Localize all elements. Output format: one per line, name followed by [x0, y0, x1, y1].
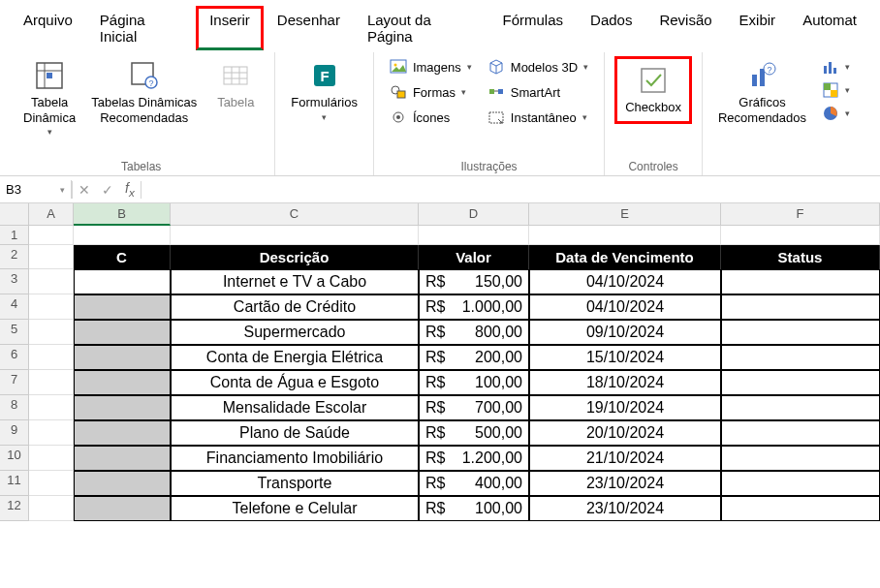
cell-c6[interactable]: Conta de Energia Elétrica	[171, 345, 419, 370]
cell-c11[interactable]: Transporte	[171, 471, 419, 496]
pie-chart-button[interactable]: ▾	[816, 103, 856, 124]
col-header-c[interactable]: C	[171, 203, 419, 226]
checkbox-button[interactable]: Checkbox	[619, 61, 687, 119]
cell-c5[interactable]: Supermercado	[171, 320, 419, 345]
cell-f6[interactable]	[721, 345, 880, 370]
cell-b5[interactable]	[74, 320, 171, 345]
cell-f8[interactable]	[721, 395, 880, 420]
cell-e8[interactable]: 19/10/2024	[529, 395, 721, 420]
cell-b9[interactable]	[74, 420, 171, 446]
menu-dados[interactable]: Dados	[577, 6, 645, 50]
cell-f11[interactable]	[721, 471, 880, 496]
col-header-a[interactable]: A	[29, 203, 74, 226]
cell-a9[interactable]	[29, 420, 74, 446]
cell-a11[interactable]	[29, 471, 74, 496]
cell-d8[interactable]: R$700,00	[419, 395, 529, 420]
cell-b6[interactable]	[74, 345, 171, 370]
th-valor[interactable]: Valor	[419, 245, 529, 269]
cell-c9[interactable]: Plano de Saúde	[171, 420, 419, 446]
cell-a7[interactable]	[29, 370, 74, 395]
smartart-button[interactable]: SmartArt	[482, 81, 594, 103]
cell-c1[interactable]	[171, 226, 419, 245]
row-header-2[interactable]: 2	[0, 245, 29, 269]
menu-pagina-inicial[interactable]: Página Inicial	[86, 6, 196, 50]
row-header-3[interactable]: 3	[0, 269, 29, 294]
menu-formulas[interactable]: Fórmulas	[489, 6, 578, 50]
forms-button[interactable]: F Formulários ▾	[285, 56, 363, 126]
cell-b8[interactable]	[74, 395, 171, 420]
row-header-11[interactable]: 11	[0, 471, 29, 496]
menu-automatizar[interactable]: Automat	[789, 6, 870, 50]
recommended-pivot-button[interactable]: ? Tabelas Dinâmicas Recomendadas	[85, 56, 203, 129]
th-data[interactable]: Data de Vencimento	[529, 245, 721, 269]
select-all-corner[interactable]	[0, 203, 29, 226]
menu-inserir[interactable]: Inserir	[196, 6, 264, 50]
cell-e5[interactable]: 09/10/2024	[529, 320, 721, 345]
cell-f5[interactable]	[721, 320, 880, 345]
cell-c4[interactable]: Cartão de Crédito	[171, 294, 419, 320]
cell-d10[interactable]: R$1.200,00	[419, 446, 529, 471]
cell-a10[interactable]	[29, 446, 74, 471]
cell-f9[interactable]	[721, 420, 880, 446]
cell-e4[interactable]: 04/10/2024	[529, 294, 721, 320]
cell-a6[interactable]	[29, 345, 74, 370]
cell-e9[interactable]: 20/10/2024	[529, 420, 721, 446]
cell-b1[interactable]	[74, 226, 171, 245]
row-header-8[interactable]: 8	[0, 395, 29, 420]
cell-c7[interactable]: Conta de Água e Esgoto	[171, 370, 419, 395]
screenshot-button[interactable]: Instantâneo ▾	[482, 107, 594, 128]
fx-button[interactable]: fx	[119, 180, 141, 199]
cell-a8[interactable]	[29, 395, 74, 420]
cell-e7[interactable]: 18/10/2024	[529, 370, 721, 395]
row-header-4[interactable]: 4	[0, 294, 29, 320]
cell-d12[interactable]: R$100,00	[419, 496, 529, 521]
cell-e10[interactable]: 21/10/2024	[529, 446, 721, 471]
cell-f12[interactable]	[721, 496, 880, 521]
row-header-6[interactable]: 6	[0, 345, 29, 370]
cell-f10[interactable]	[721, 446, 880, 471]
cell-e1[interactable]	[529, 226, 721, 245]
cell-d3[interactable]: R$150,00	[419, 269, 529, 294]
cell-e6[interactable]: 15/10/2024	[529, 345, 721, 370]
cell-d11[interactable]: R$400,00	[419, 471, 529, 496]
cell-d7[interactable]: R$100,00	[419, 370, 529, 395]
cell-f1[interactable]	[721, 226, 880, 245]
row-header-10[interactable]: 10	[0, 446, 29, 471]
col-header-e[interactable]: E	[529, 203, 721, 226]
cell-d1[interactable]	[419, 226, 529, 245]
cell-a2[interactable]	[29, 245, 74, 269]
cell-a3[interactable]	[29, 269, 74, 294]
cell-f4[interactable]	[721, 294, 880, 320]
recommended-charts-button[interactable]: ? Gráficos Recomendados	[712, 56, 812, 129]
row-header-7[interactable]: 7	[0, 370, 29, 395]
cell-f7[interactable]	[721, 370, 880, 395]
table-button[interactable]: Tabela	[206, 56, 265, 114]
cell-b4[interactable]	[74, 294, 171, 320]
cell-b11[interactable]	[74, 471, 171, 496]
col-header-f[interactable]: F	[721, 203, 880, 226]
cell-c12[interactable]: Telefone e Celular	[171, 496, 419, 521]
spreadsheet-grid[interactable]: A B C D E F 1 2 C Descrição Valor Data d…	[0, 203, 880, 521]
menu-revisao[interactable]: Revisão	[645, 6, 725, 50]
menu-desenhar[interactable]: Desenhar	[264, 6, 354, 50]
name-box[interactable]: B3 ▾	[0, 180, 72, 199]
row-header-12[interactable]: 12	[0, 496, 29, 521]
th-status[interactable]: Status	[721, 245, 880, 269]
images-button[interactable]: Imagens ▾	[384, 56, 478, 77]
cell-c3[interactable]: Internet e TV a Cabo	[171, 269, 419, 294]
3d-models-button[interactable]: Modelos 3D ▾	[482, 56, 594, 77]
cell-a12[interactable]	[29, 496, 74, 521]
cell-a1[interactable]	[29, 226, 74, 245]
cell-b7[interactable]	[74, 370, 171, 395]
col-header-d[interactable]: D	[419, 203, 529, 226]
cell-e3[interactable]: 04/10/2024	[529, 269, 721, 294]
menu-layout[interactable]: Layout da Página	[354, 6, 489, 50]
cell-a4[interactable]	[29, 294, 74, 320]
cell-d5[interactable]: R$800,00	[419, 320, 529, 345]
row-header-5[interactable]: 5	[0, 320, 29, 345]
column-chart-button[interactable]: ▾	[816, 56, 856, 77]
cell-f3[interactable]	[721, 269, 880, 294]
row-header-1[interactable]: 1	[0, 226, 29, 245]
cell-d4[interactable]: R$1.000,00	[419, 294, 529, 320]
shapes-button[interactable]: Formas ▾	[384, 81, 478, 103]
